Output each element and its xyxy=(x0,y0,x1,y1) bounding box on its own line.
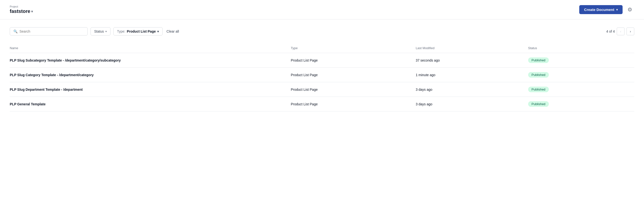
pagination-next-button[interactable]: › xyxy=(626,28,634,35)
status-filter-chevron-icon: ▾ xyxy=(106,30,107,33)
settings-button[interactable]: ⚙ xyxy=(626,5,634,14)
clear-all-button[interactable]: Clear all xyxy=(166,28,180,35)
cell-type: Product List Page xyxy=(291,53,416,68)
status-filter-label: Status xyxy=(94,30,104,33)
filters-row: 🔍 Status ▾ Type: Product List Page ▾ Cle… xyxy=(10,27,634,36)
col-header-name: Name xyxy=(10,43,291,53)
cell-last-modified: 3 days ago xyxy=(416,97,528,112)
status-filter-button[interactable]: Status ▾ xyxy=(90,27,110,36)
pagination: 4 of 4 ‹ › xyxy=(606,28,634,35)
documents-table: Name Type Last Modified Status PLP Slug … xyxy=(10,43,634,112)
table-row[interactable]: PLP Slug Category Template - /department… xyxy=(10,68,634,82)
cell-last-modified: 1 minute ago xyxy=(416,68,528,82)
table-row[interactable]: PLP Slug Department Template - /departme… xyxy=(10,82,634,97)
cell-status: Published xyxy=(528,68,634,82)
cell-type: Product List Page xyxy=(291,97,416,112)
project-info: Project faststore ▾ xyxy=(10,5,33,14)
table-row[interactable]: PLP General TemplateProduct List Page3 d… xyxy=(10,97,634,112)
col-header-last-modified: Last Modified xyxy=(416,43,528,53)
type-filter-chevron-icon: ▾ xyxy=(157,30,159,33)
project-name-text: faststore xyxy=(10,8,30,14)
cell-name: PLP General Template xyxy=(10,97,291,112)
main-content: 🔍 Status ▾ Type: Product List Page ▾ Cle… xyxy=(0,20,644,119)
table-header-row: Name Type Last Modified Status xyxy=(10,43,634,53)
cell-name: PLP Slug Category Template - /department… xyxy=(10,68,291,82)
cell-last-modified: 3 days ago xyxy=(416,82,528,97)
pagination-info: 4 of 4 xyxy=(606,30,615,33)
table-body: PLP Slug Subcategory Template - /departm… xyxy=(10,53,634,112)
project-name-dropdown[interactable]: faststore ▾ xyxy=(10,8,33,14)
header: Project faststore ▾ Create Document ▾ ⚙ xyxy=(0,0,644,20)
cell-type: Product List Page xyxy=(291,68,416,82)
cell-status: Published xyxy=(528,82,634,97)
col-header-type: Type xyxy=(291,43,416,53)
status-badge: Published xyxy=(528,86,549,92)
project-chevron-icon: ▾ xyxy=(31,10,33,14)
type-filter-value: Product List Page xyxy=(127,30,156,33)
search-icon: 🔍 xyxy=(14,30,18,33)
col-header-status: Status xyxy=(528,43,634,53)
cell-type: Product List Page xyxy=(291,82,416,97)
table-row[interactable]: PLP Slug Subcategory Template - /departm… xyxy=(10,53,634,68)
type-filter-prefix: Type: xyxy=(117,30,125,33)
create-document-label: Create Document xyxy=(584,8,614,12)
search-input[interactable] xyxy=(20,30,84,33)
settings-icon: ⚙ xyxy=(628,6,632,13)
cell-last-modified: 37 seconds ago xyxy=(416,53,528,68)
search-input-wrapper[interactable]: 🔍 xyxy=(10,27,88,36)
status-badge: Published xyxy=(528,101,549,107)
create-document-chevron-icon: ▾ xyxy=(616,8,618,12)
status-badge: Published xyxy=(528,72,549,78)
pagination-prev-icon: ‹ xyxy=(620,30,621,33)
cell-name: PLP Slug Department Template - /departme… xyxy=(10,82,291,97)
status-badge: Published xyxy=(528,58,549,63)
pagination-prev-button[interactable]: ‹ xyxy=(617,28,624,35)
pagination-next-icon: › xyxy=(630,30,631,33)
create-document-button[interactable]: Create Document ▾ xyxy=(579,5,622,14)
cell-name: PLP Slug Subcategory Template - /departm… xyxy=(10,53,291,68)
header-right: Create Document ▾ ⚙ xyxy=(579,5,634,14)
project-label: Project xyxy=(10,5,33,8)
type-filter-button[interactable]: Type: Product List Page ▾ xyxy=(114,27,162,36)
cell-status: Published xyxy=(528,53,634,68)
cell-status: Published xyxy=(528,97,634,112)
table-header: Name Type Last Modified Status xyxy=(10,43,634,53)
